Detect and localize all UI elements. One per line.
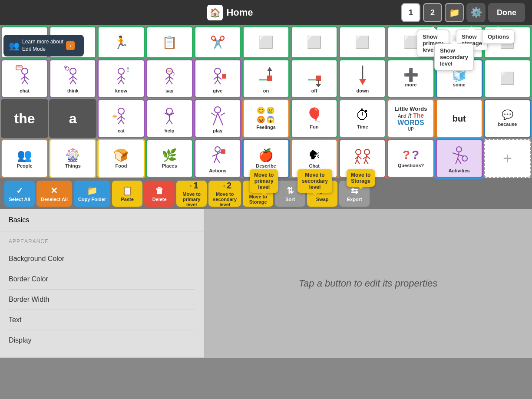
cell-know[interactable]: ! know bbox=[97, 59, 145, 98]
right-panel: Tap a button to edit its properties bbox=[204, 209, 532, 358]
cell-add[interactable]: + bbox=[484, 139, 531, 178]
done-button[interactable]: Done bbox=[488, 3, 525, 22]
move-storage-toolbar-tooltip: Move toStorage bbox=[347, 169, 375, 187]
svg-line-51 bbox=[118, 120, 121, 124]
banner-chevron[interactable]: › bbox=[66, 41, 75, 50]
cell-say[interactable]: say bbox=[146, 59, 193, 98]
paste-button[interactable]: 📋 Paste bbox=[112, 181, 142, 207]
cell-icon: ⬜ bbox=[403, 36, 419, 49]
cell-r1c7[interactable]: ⬜ bbox=[291, 26, 338, 59]
move-primary-button[interactable]: →1 Move to primary level bbox=[176, 181, 207, 207]
svg-point-54 bbox=[166, 108, 172, 114]
left-panel: Basics APPEARANCE Background Color Borde… bbox=[0, 209, 204, 358]
svg-line-18 bbox=[117, 76, 121, 79]
svg-rect-73 bbox=[221, 149, 225, 154]
cell-down[interactable]: down bbox=[339, 59, 386, 98]
svg-line-65 bbox=[213, 120, 215, 125]
cell-the[interactable]: the bbox=[1, 99, 48, 138]
cell-r1c4[interactable]: 📋 bbox=[146, 26, 193, 59]
move-secondary-toolbar-tooltip: Move tosecondarylevel bbox=[297, 169, 332, 193]
svg-rect-7 bbox=[17, 66, 22, 68]
svg-line-19 bbox=[121, 76, 125, 79]
cell-think[interactable]: think bbox=[49, 59, 96, 98]
svg-line-69 bbox=[214, 158, 216, 163]
border-color-item[interactable]: Border Color bbox=[9, 269, 195, 290]
border-width-item[interactable]: Border Width bbox=[9, 290, 195, 310]
cell-places[interactable]: 🌿 Places bbox=[146, 139, 193, 178]
select-all-button[interactable]: ✓ Select All bbox=[4, 181, 35, 207]
people-icon: 👥 bbox=[17, 148, 32, 162]
cell-label: some bbox=[453, 82, 466, 88]
move-secondary-button[interactable]: →2 Move to secondary level bbox=[208, 181, 241, 207]
cell-off[interactable]: off bbox=[291, 59, 338, 98]
show-secondary-tooltip: Showsecondarylevel bbox=[434, 43, 474, 71]
cell-activities[interactable]: Activities bbox=[436, 139, 483, 178]
arrow1-icon: →1 bbox=[185, 181, 198, 191]
svg-line-59 bbox=[169, 120, 172, 124]
cell-r1c5[interactable]: ✂️ bbox=[194, 26, 241, 59]
svg-point-29 bbox=[167, 70, 172, 73]
text-item[interactable]: Text bbox=[9, 310, 195, 330]
svg-point-16 bbox=[118, 68, 124, 74]
cell-actions[interactable]: Actions bbox=[194, 139, 241, 178]
cell-a[interactable]: a bbox=[49, 99, 96, 138]
cell-label: Chat bbox=[309, 163, 319, 169]
svg-line-90 bbox=[453, 153, 458, 155]
cell-little-words[interactable]: Little Words And It The WORDS Up bbox=[387, 99, 434, 138]
cell-because[interactable]: 💬 because bbox=[484, 99, 531, 138]
cell-people[interactable]: 👥 People bbox=[1, 139, 48, 178]
svg-line-5 bbox=[25, 80, 28, 84]
basics-section[interactable]: Basics bbox=[0, 209, 204, 231]
svg-line-32 bbox=[214, 76, 218, 79]
storage-button[interactable]: 📁 bbox=[445, 3, 464, 22]
cell-things[interactable]: 🎡 Things bbox=[49, 139, 96, 178]
page1-button[interactable]: 1 bbox=[401, 3, 420, 22]
svg-line-28 bbox=[169, 80, 172, 84]
delete-button[interactable]: 🗑 Delete bbox=[144, 181, 175, 207]
export-icon: ⇆ bbox=[351, 185, 358, 196]
cell-play[interactable]: play bbox=[194, 99, 241, 138]
select-all-label: Select All bbox=[9, 197, 30, 202]
deselect-all-button[interactable]: ✕ Deselect All bbox=[36, 181, 72, 207]
play-icon bbox=[207, 103, 228, 127]
cell-r2c11[interactable]: ⬜ bbox=[484, 59, 531, 98]
display-item[interactable]: Display bbox=[9, 330, 195, 350]
cell-label: because bbox=[498, 122, 517, 127]
cell-r1c6[interactable]: ⬜ bbox=[242, 26, 290, 59]
cell-feelings[interactable]: 😊 😢 😡 😱 Feelings bbox=[242, 99, 290, 138]
learn-more-banner[interactable]: 👥 Learn more about Edit Mode › bbox=[3, 35, 84, 56]
cell-time[interactable]: ⏱ Time bbox=[339, 99, 386, 138]
move-primary-toolbar-tooltip: Move toprimarylevel bbox=[250, 169, 278, 193]
cell-give[interactable]: give bbox=[194, 59, 241, 98]
copy-folder-button[interactable]: 📁 Copy Folder bbox=[74, 181, 110, 207]
background-color-item[interactable]: Background Color bbox=[9, 249, 195, 269]
cell-help[interactable]: help bbox=[146, 99, 193, 138]
cell-food[interactable]: 🍞 Food bbox=[97, 139, 145, 178]
cell-r1c8[interactable]: ⬜ bbox=[339, 26, 386, 59]
bottom-panel: Basics APPEARANCE Background Color Borde… bbox=[0, 209, 532, 358]
cell-fun[interactable]: 🎈 Fun bbox=[291, 99, 338, 138]
svg-line-77 bbox=[358, 156, 361, 159]
cell-icon: 🏃 bbox=[113, 36, 129, 49]
cell-on[interactable]: on bbox=[242, 59, 290, 98]
cell-more[interactable]: ➕ more bbox=[387, 59, 434, 98]
cell-questions[interactable]: ?? Questions? bbox=[387, 139, 434, 178]
questions-icon: ?? bbox=[403, 148, 419, 162]
cell-eat[interactable]: eat bbox=[97, 99, 145, 138]
settings-button[interactable]: ⚙️ bbox=[466, 3, 486, 22]
svg-marker-44 bbox=[316, 84, 321, 87]
cell-label: People bbox=[17, 163, 33, 169]
svg-line-88 bbox=[456, 158, 458, 164]
help-folder-icon bbox=[352, 143, 373, 167]
cell-chat[interactable]: chat bbox=[1, 59, 48, 98]
svg-line-78 bbox=[355, 160, 357, 164]
cell-label: give bbox=[213, 88, 222, 94]
sort-label: Sort bbox=[285, 197, 295, 202]
page2-button[interactable]: 2 bbox=[423, 3, 442, 22]
svg-line-2 bbox=[21, 76, 25, 79]
banner-line2: Edit Mode bbox=[22, 46, 63, 53]
cell-r1c3[interactable]: 🏃 bbox=[97, 26, 145, 59]
cell-but[interactable]: but bbox=[436, 99, 483, 138]
cell-label: Fun bbox=[310, 124, 319, 130]
home-button[interactable]: 🏠 Home bbox=[207, 5, 253, 20]
